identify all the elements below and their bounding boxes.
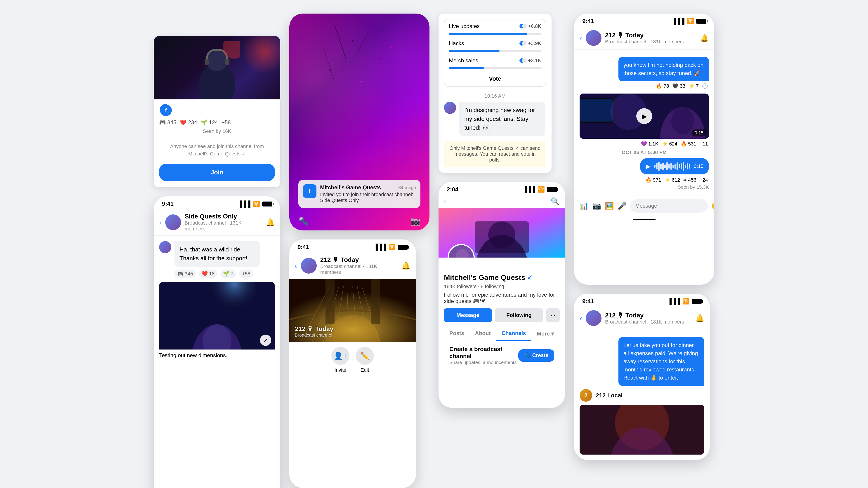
following-button[interactable]: Following [495, 308, 543, 322]
channel-info: Anyone can see and join this channel fro… [154, 141, 280, 159]
admin-bell-icon[interactable]: 🔔 [401, 261, 410, 270]
video-play-overlay: ▶ [580, 94, 709, 139]
svg-point-17 [361, 80, 362, 82]
poll-bar-3 [449, 67, 541, 69]
voice-duration: 0:15 [694, 163, 704, 169]
right2-message-area: Let us take you out for dinner, all expe… [574, 330, 710, 460]
right-back-btn[interactable]: ‹ [580, 34, 582, 42]
admin-actions-row: 👤+ Invite ✏️ Edit [289, 342, 416, 378]
image-icon[interactable]: 🖼️ [605, 201, 614, 210]
phone-notification: f Mitchell's Game Quests 34m ago Invited… [289, 13, 430, 230]
tab-about[interactable]: About [469, 326, 496, 341]
edit-action[interactable]: ✏️ Edit [356, 347, 374, 373]
svg-point-36 [522, 58, 527, 63]
right2-back-btn[interactable]: ‹ [580, 314, 582, 322]
share-button[interactable]: ↗ [260, 335, 271, 346]
profile-search-btn[interactable]: 🔍 [551, 197, 560, 205]
profile-cover [438, 208, 565, 258]
tab-posts[interactable]: Posts [444, 326, 469, 341]
create-channel-section: Create a broadcast channel Share updates… [444, 341, 560, 369]
message-row-1: Ha, that was a wild ride. Thanks all for… [159, 241, 275, 267]
local-channel-row: 2 212 Local [580, 389, 704, 402]
tab-more[interactable]: More ▾ [531, 326, 559, 341]
status-bar-8: 9:41 ▐▐▐ 🛜 [574, 294, 710, 306]
profile-stats: 184K followers · 8 following [444, 284, 560, 289]
chat-input-bar: 📊 📷 🖼️ 🎤 😊 👍 [574, 195, 714, 216]
channel-name-overlay: 212 🎙 Today Broadcast channel [295, 325, 333, 338]
chart-icon[interactable]: 📊 [580, 201, 589, 210]
voice-message: ▶ [640, 158, 709, 174]
back-button[interactable]: ‹ [159, 218, 162, 227]
right2-msg-bubble-wrap: Let us take you out for dinner, all expe… [580, 337, 704, 386]
svg-line-13 [323, 47, 335, 81]
mic-icon[interactable]: 🎤 [618, 201, 627, 210]
message-button[interactable]: Message [444, 308, 492, 322]
admin-chat-info: 212 🎙 Today Broadcast channel · 181K mem… [320, 256, 398, 275]
video-reactions: 💜 1.1K ⚡ 624 🔥 531 +11 [580, 141, 709, 147]
local-avatar: 2 [580, 389, 592, 402]
vote-button[interactable]: Vote [444, 71, 546, 86]
notification-content: Mitchell's Game Quests 34m ago Invited y… [320, 184, 416, 203]
create-channel-button[interactable]: 🔵 Create [518, 349, 554, 362]
profile-verified-badge: ✓ [527, 274, 532, 281]
status-bar-7: 9:41 ▐▐▐ 🛜 [574, 13, 714, 26]
svg-point-1 [207, 51, 227, 71]
invite-action[interactable]: 👤+ Invite [331, 347, 349, 373]
seen-text: Seen by 15.3K [580, 184, 709, 190]
join-button[interactable]: Join [159, 164, 275, 181]
video-duration: 0:15 [692, 129, 706, 136]
right-bell-icon[interactable]: 🔔 [700, 34, 709, 42]
svg-point-16 [329, 69, 331, 71]
camera-input-icon[interactable]: 📷 [592, 201, 601, 210]
post-caption: Testing out new dimensions. [159, 350, 275, 361]
poll-bar-2 [449, 50, 541, 52]
video-play-button[interactable]: ▶ [636, 108, 652, 124]
battery-8 [692, 299, 702, 304]
notif-time: 34m ago [398, 185, 416, 190]
svg-line-11 [335, 25, 346, 59]
poll-option-1: Live updates +6.8K [444, 20, 546, 33]
svg-text:f: f [165, 107, 167, 113]
tab-channels[interactable]: Channels [496, 326, 531, 341]
invite-icon: 👤+ [331, 347, 349, 365]
svg-point-15 [379, 58, 380, 59]
battery-5 [547, 187, 557, 192]
msg-reactions-1: 🎮 345 ❤️ 18 🌱 7 +58 [159, 269, 275, 278]
message-input[interactable] [630, 199, 708, 213]
right2-bell-icon[interactable]: 🔔 [695, 314, 704, 322]
profile-nav: ‹ 🔍 [438, 195, 565, 208]
svg-point-14 [352, 40, 353, 41]
swag-message-bubble: I'm designing new swag for my side quest… [459, 102, 545, 136]
swag-sender-avatar [444, 102, 456, 114]
reaction-game: 🎮 345 [159, 119, 176, 126]
panel-poll-chat: Live updates +6.8K Hacks +3.9K [438, 13, 565, 408]
phone-right-chat-2: 9:41 ▐▐▐ 🛜 ‹ 212 🎙 Today Broadcast chann… [574, 294, 710, 460]
more-button[interactable]: ··· [546, 308, 560, 322]
notifications-icon[interactable]: 🔔 [266, 218, 275, 227]
my-message-bubble: you know I'm not holding back on those s… [618, 57, 709, 81]
torch-icon[interactable]: 🔦 [298, 217, 309, 226]
notif-body: Invited you to join their broadcast chan… [320, 192, 416, 203]
poll-timestamp: 10:16 AM [444, 90, 546, 102]
profile-back-btn[interactable]: ‹ [444, 197, 446, 205]
local-channel-name: 212 Local [596, 392, 623, 399]
svg-rect-40 [475, 221, 529, 253]
right2-chat-info: 212 🎙 Today Broadcast channel · 181K mem… [605, 312, 692, 325]
admin-back-btn[interactable]: ‹ [295, 261, 297, 270]
right-chat-info: 212 🎙 Today Broadcast channel · 181K mem… [605, 31, 696, 45]
profile-body: Mitchell's Game Quests ✓ 184K followers … [438, 258, 565, 374]
profile-actions: Message Following ··· [444, 308, 560, 322]
chat-avatar-2 [165, 215, 181, 230]
battery-7 [696, 19, 706, 24]
svg-rect-2 [205, 59, 209, 65]
channel-hero-image [154, 36, 280, 99]
message-area-2: Ha, that was a wild ride. Thanks all for… [154, 236, 280, 370]
right-message-area: you know I'm not holding back on those s… [574, 50, 714, 195]
emoji-icon[interactable]: 😊 [711, 201, 714, 210]
profile-bio: Follow me for epic adventures and my lov… [444, 292, 560, 304]
video-message-container: ▶ 0:15 [580, 94, 709, 139]
home-indicator [633, 219, 655, 220]
camera-icon[interactable]: 📷 [410, 217, 421, 226]
admin-chat-header: ‹ 212 🎙 Today Broadcast channel · 181K m… [289, 252, 416, 279]
voice-play-btn[interactable]: ▶ [646, 163, 651, 170]
